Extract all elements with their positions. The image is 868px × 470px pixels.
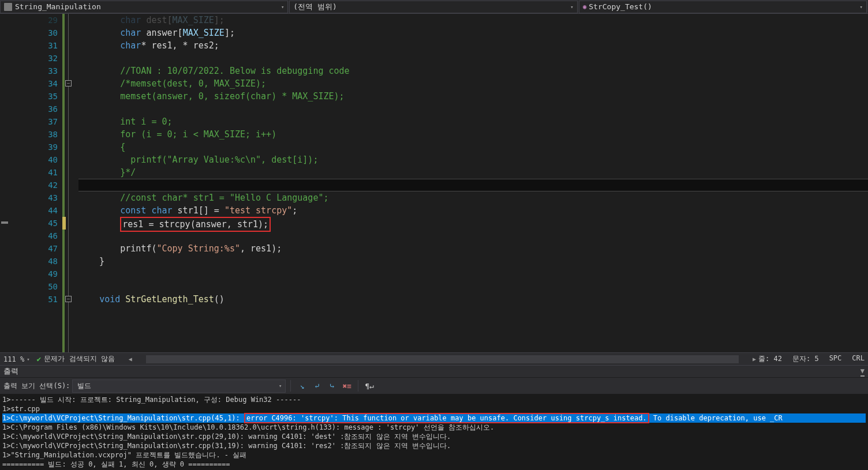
line-number: 44 [10, 204, 58, 217]
folding-margin[interactable]: − − [62, 14, 78, 352]
output-source-value: 빌드 [77, 381, 91, 391]
code-line[interactable]: char answer[MAX_SIZE]; [78, 27, 868, 39]
code-line[interactable]: printf("Array Value:%c\n", dest[i]); [78, 153, 868, 166]
line-number: 46 [10, 230, 58, 242]
error-message-highlight: error C4996: 'strcpy': This function or … [244, 413, 649, 423]
output-line[interactable]: 1>------ 빌드 시작: 프로젝트: String_Manipulatio… [2, 395, 866, 404]
code-line[interactable]: const char str1[] = "test strcpy"; [78, 204, 868, 217]
output-source-label: 출력 보기 선택(S): [3, 381, 70, 391]
next-message-button[interactable]: ⤷ [326, 379, 338, 392]
code-line[interactable]: //const char* str1 = "Hello C Language"; [78, 191, 868, 204]
separator [290, 380, 291, 392]
code-line[interactable]: void StrGetLength_Test() [78, 293, 868, 306]
code-line[interactable]: printf("Copy String:%s", res1); [78, 242, 868, 255]
fold-toggle[interactable]: − [65, 80, 72, 87]
code-line[interactable] [78, 103, 868, 115]
code-line[interactable]: { [78, 141, 868, 153]
chevron-down-icon[interactable]: ▾ [27, 356, 29, 362]
function-dropdown[interactable]: ◉ StrCopy_Test() ▾ [579, 1, 867, 13]
line-number: 32 [10, 52, 58, 65]
code-line[interactable]: for (i = 0; i < MAX_SIZE; i++) [78, 128, 868, 141]
line-numbers: 2930313233343536373839404142434445464748… [10, 14, 62, 352]
no-issues-label: 문제가 검색되지 않음 [44, 354, 114, 364]
code-line[interactable]: //TOAN : 10/07/2022. Below is debugging … [78, 65, 868, 77]
line-number: 48 [10, 255, 58, 268]
output-line[interactable]: 1>C:\myworld\VCProject\String_Manipulati… [2, 441, 866, 450]
code-line[interactable] [78, 179, 868, 191]
line-number: 31 [10, 39, 58, 52]
code-line[interactable] [78, 52, 868, 65]
code-line[interactable]: res1 = strcpy(answer, str1); [78, 217, 868, 230]
output-line[interactable]: 1>str.cpp [2, 404, 866, 413]
output-source-dropdown[interactable]: 빌드 ▾ [72, 379, 286, 393]
line-number: 50 [10, 280, 58, 293]
horizontal-scrollbar[interactable] [146, 355, 739, 363]
project-dropdown[interactable]: String_Manipulation ▾ [0, 1, 288, 13]
separator [358, 380, 358, 392]
line-number: 35 [10, 90, 58, 103]
code-line[interactable] [78, 268, 868, 280]
output-line[interactable]: 1>C:\Program Files (x86)\Windows Kits\10… [2, 423, 866, 432]
line-number: 42 [10, 179, 58, 191]
output-toolbar: 출력 보기 선택(S): 빌드 ▾ ↘ ⤶ ⤷ ✖≡ ¶↵ [0, 378, 868, 394]
code-line[interactable]: }*/ [78, 166, 868, 179]
output-line[interactable]: 1>"String_Manipulation.vcxproj" 프로젝트를 빌드… [2, 450, 866, 460]
line-number: 47 [10, 242, 58, 255]
code-editor[interactable]: 2930313233343536373839404142434445464748… [0, 14, 868, 352]
line-number: 36 [10, 103, 58, 115]
code-line[interactable]: int i = 0; [78, 115, 868, 128]
scroll-left-icon[interactable]: ◀ [126, 356, 134, 362]
chevron-down-icon: ▾ [860, 4, 863, 10]
bookmark-marker [1, 221, 8, 224]
line-number: 33 [10, 65, 58, 77]
fold-toggle[interactable]: − [65, 296, 72, 302]
code-content[interactable]: char dest[MAX_SIZE]; char answer[MAX_SIZ… [78, 14, 868, 352]
code-line[interactable] [78, 230, 868, 242]
clear-output-button[interactable]: ✖≡ [341, 379, 353, 392]
code-line[interactable]: memset(answer, 0, sizeof(char) * MAX_SIZ… [78, 90, 868, 103]
line-ending[interactable]: CRL [852, 354, 865, 364]
line-number: 41 [10, 166, 58, 179]
output-line[interactable]: 1>C:\myworld\VCProject\String_Manipulati… [2, 413, 866, 423]
code-line[interactable]: char dest[MAX_SIZE]; [78, 14, 868, 27]
indent-mode[interactable]: SPC [829, 354, 842, 364]
output-line[interactable]: 1>C:\myworld\VCProject\String_Manipulati… [2, 432, 866, 441]
navigation-bar: String_Manipulation ▾ (전역 범위) ▾ ◉ StrCop… [0, 0, 868, 14]
output-line[interactable]: ========== 빌드: 성공 0, 실패 1, 최신 0, 생략 0 ==… [2, 460, 866, 469]
code-line[interactable]: char* res1, * res2; [78, 39, 868, 52]
editor-status-bar: 111 % ▾ ✔ 문제가 검색되지 않음 ◀ ▶ 줄: 42 문자: 5 SP… [0, 352, 868, 365]
line-number: 34 [10, 77, 58, 90]
scroll-right-icon[interactable]: ▶ [750, 356, 758, 362]
pin-icon[interactable]: ▼ [860, 367, 865, 377]
line-number: 39 [10, 141, 58, 153]
chevron-down-icon: ▾ [279, 383, 282, 389]
goto-message-button[interactable]: ↘ [295, 379, 308, 392]
output-text[interactable]: 1>------ 빌드 시작: 프로젝트: String_Manipulatio… [0, 394, 868, 470]
method-icon: ◉ [583, 3, 587, 10]
code-line[interactable]: /*memset(dest, 0, MAX_SIZE); [78, 77, 868, 90]
line-number: 30 [10, 27, 58, 39]
project-name: String_Manipulation [15, 2, 101, 11]
output-panel-header[interactable]: 출력 ▼ [0, 365, 868, 378]
scope-label: (전역 범위) [293, 2, 336, 12]
line-number: 29 [10, 14, 58, 27]
breakpoint-margin[interactable] [0, 14, 10, 352]
zoom-level[interactable]: 111 % [3, 355, 24, 363]
cursor-line: 줄: 42 [758, 354, 782, 364]
word-wrap-button[interactable]: ¶↵ [363, 379, 376, 392]
line-number: 51 [10, 293, 58, 306]
prev-message-button[interactable]: ⤶ [310, 379, 323, 392]
chevron-down-icon: ▾ [570, 4, 573, 10]
line-number: 49 [10, 268, 58, 280]
line-number: 45 [10, 217, 58, 230]
line-number: 37 [10, 115, 58, 128]
output-title: 출력 [3, 366, 18, 377]
change-marker-yellow [62, 217, 66, 230]
output-panel: 출력 ▼ 출력 보기 선택(S): 빌드 ▾ ↘ ⤶ ⤷ ✖≡ ¶↵ 1>---… [0, 365, 868, 470]
line-number: 40 [10, 153, 58, 166]
code-line[interactable] [78, 280, 868, 293]
change-marker-green [62, 14, 65, 352]
code-line[interactable]: } [78, 255, 868, 268]
line-number: 43 [10, 191, 58, 204]
scope-dropdown[interactable]: (전역 범위) ▾ [289, 1, 577, 13]
